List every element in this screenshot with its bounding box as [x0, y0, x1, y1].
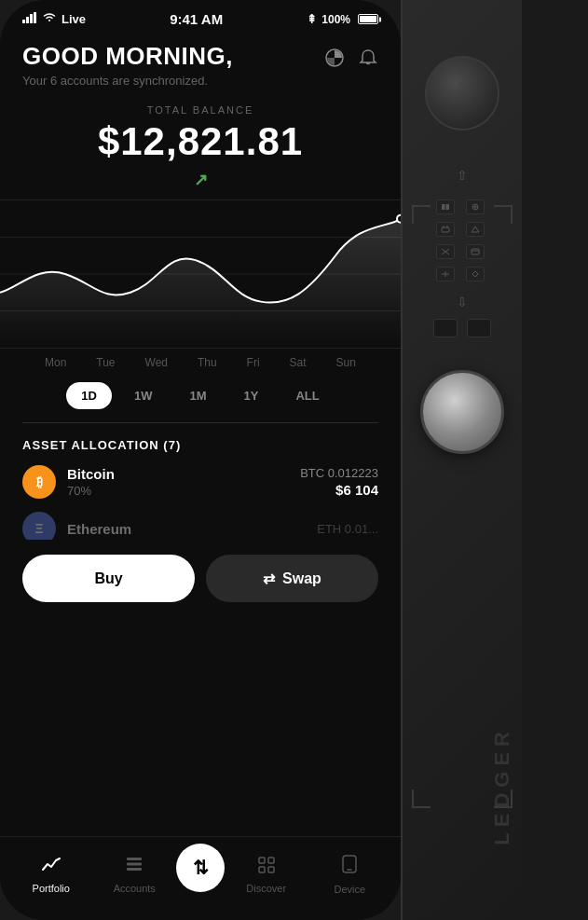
chart-labels: Mon Tue Wed Thu Fri Sat Sun — [22, 349, 378, 369]
chart-label-tue: Tue — [96, 356, 115, 369]
battery-fill — [360, 16, 376, 22]
svg-rect-19 — [442, 204, 445, 210]
asset-allocation-title: ASSET ALLOCATION (7) — [22, 438, 378, 452]
device-label: Device — [334, 884, 365, 895]
carrier-label: Live — [62, 12, 86, 26]
buy-button[interactable]: Buy — [22, 555, 195, 602]
svg-rect-15 — [259, 867, 265, 872]
portfolio-label: Portfolio — [33, 883, 70, 894]
chart-label-thu: Thu — [198, 356, 217, 369]
balance-change: ↗ — [22, 170, 378, 190]
battery-label: 100% — [321, 13, 350, 26]
time-display: 9:41 AM — [170, 11, 223, 27]
nav-discover[interactable]: Discover — [225, 855, 308, 894]
asset-left: ₿ Bitcoin 70% — [22, 465, 115, 499]
time-btn-1w[interactable]: 1W — [119, 382, 168, 409]
asset-name: Bitcoin — [67, 466, 115, 482]
svg-rect-2 — [30, 14, 33, 23]
ledger-bottom-btn-row — [433, 319, 491, 337]
portfolio-icon — [41, 855, 62, 879]
device-icon — [341, 854, 358, 880]
svg-marker-27 — [472, 227, 479, 232]
up-arrow-icon: ↗ — [194, 170, 208, 190]
nav-device[interactable]: Device — [308, 854, 392, 895]
chart-label-mon: Mon — [45, 356, 66, 369]
discover-label: Discover — [246, 883, 286, 894]
svg-rect-0 — [22, 20, 25, 23]
asset-right: BTC 0.012223 $6 104 — [300, 466, 378, 498]
chart-label-sun: Sun — [336, 356, 356, 369]
ledger-grid-icon-7 — [436, 267, 455, 281]
ledger-device: ⇧ ⇩ — [401, 0, 522, 920]
chart-svg — [0, 200, 401, 348]
ledger-top-circle — [425, 56, 499, 130]
time-selectors: 1D 1W 1M 1Y ALL — [22, 382, 378, 409]
asset-amount: BTC 0.012223 — [300, 466, 378, 480]
svg-rect-3 — [34, 12, 36, 23]
svg-rect-30 — [472, 249, 479, 254]
svg-rect-16 — [268, 867, 274, 872]
signal-icon — [22, 12, 37, 26]
header-text: GOOD MORNING, Your 6 accounts are synchr… — [22, 42, 233, 88]
svg-rect-12 — [127, 868, 142, 871]
ledger-down-arrow[interactable]: ⇩ — [457, 295, 468, 309]
ledger-grid-icon-6 — [466, 244, 485, 259]
asset-pct: 70% — [67, 484, 115, 498]
svg-rect-1 — [26, 17, 29, 23]
discover-icon — [256, 855, 277, 879]
time-btn-1y[interactable]: 1Y — [229, 382, 274, 409]
ledger-main-button[interactable] — [420, 370, 504, 454]
nav-transfer-center[interactable]: ⇅ — [176, 844, 225, 892]
asset-next-partial: Ξ Ethereum ETH 0.01... — [22, 512, 378, 540]
ledger-corner-tl — [412, 205, 431, 224]
swap-button[interactable]: ⇄ Swap — [206, 555, 378, 602]
nav-accounts[interactable]: Accounts — [93, 855, 177, 894]
swap-icon: ⇄ — [263, 570, 275, 587]
ledger-bottom-btn-right[interactable] — [467, 319, 491, 337]
ledger-up-arrow[interactable]: ⇧ — [457, 168, 468, 183]
chart-label-wed: Wed — [145, 356, 168, 369]
status-left: Live — [22, 12, 86, 26]
ledger-grid-icon-3 — [436, 222, 455, 237]
wifi-icon — [42, 12, 57, 26]
asset-bitcoin: ₿ Bitcoin 70% BTC 0.012223 $6 104 — [22, 465, 378, 499]
subtitle: Your 6 accounts are synchronized. — [22, 74, 233, 88]
accounts-icon — [124, 855, 144, 879]
header-icons — [324, 48, 378, 73]
svg-rect-13 — [259, 858, 265, 863]
balance-label: TOTAL BALANCE — [22, 104, 378, 116]
time-btn-1m[interactable]: 1M — [174, 382, 221, 409]
ledger-bottom-btn-left[interactable] — [433, 319, 458, 337]
status-right: ⇞ 100% — [307, 12, 378, 26]
ledger-corner-tr — [494, 205, 513, 224]
header: GOOD MORNING, Your 6 accounts are synchr… — [22, 42, 378, 88]
section-divider — [22, 422, 378, 423]
time-btn-1d[interactable]: 1D — [66, 382, 112, 409]
balance-section: TOTAL BALANCE $12,821.81 ↗ — [22, 104, 378, 190]
bitcoin-letter: ₿ — [36, 474, 43, 489]
accounts-label: Accounts — [114, 883, 156, 894]
bluetooth-icon: ⇞ — [307, 12, 317, 26]
ledger-grid-icon-4 — [466, 222, 485, 237]
bitcoin-icon: ₿ — [22, 465, 56, 499]
ledger-grid-icon-8 — [466, 267, 485, 281]
ledger-corner-bl — [412, 790, 431, 808]
swap-label: Swap — [282, 570, 321, 587]
asset-value: $6 104 — [300, 482, 378, 498]
svg-rect-24 — [442, 227, 449, 232]
phone-frame: Live 9:41 AM ⇞ 100% GOOD MORNING, Your 6… — [0, 0, 401, 920]
chart-label-fri: Fri — [247, 356, 260, 369]
battery-icon — [358, 14, 378, 24]
greeting: GOOD MORNING, — [22, 42, 233, 71]
time-btn-all[interactable]: ALL — [280, 382, 334, 409]
status-bar: Live 9:41 AM ⇞ 100% — [0, 0, 401, 33]
nav-portfolio[interactable]: Portfolio — [9, 855, 93, 894]
ledger-grid-icon-5 — [436, 244, 455, 259]
bell-icon[interactable] — [358, 48, 378, 73]
svg-rect-10 — [127, 858, 142, 860]
svg-rect-20 — [446, 204, 450, 210]
asset-info: Bitcoin 70% — [67, 466, 115, 498]
chart-icon[interactable] — [324, 48, 345, 73]
main-content: GOOD MORNING, Your 6 accounts are synchr… — [0, 33, 401, 859]
chart-label-sat: Sat — [290, 356, 307, 369]
